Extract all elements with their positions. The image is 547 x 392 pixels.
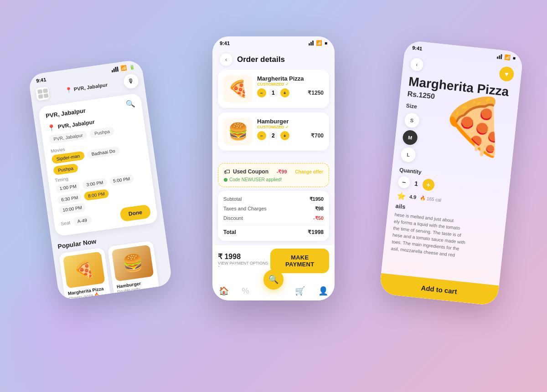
right-wifi-icon: 📶 xyxy=(504,54,511,61)
pizza-qty: 1 xyxy=(269,89,278,97)
qty-plus-button[interactable]: + xyxy=(422,178,435,191)
details-section: ails hese is melted and just about ely f… xyxy=(383,202,506,264)
burger-qty: 2 xyxy=(269,132,278,140)
phone-right: 9:41 📶 ■ ‹ ♥ 🍕 Ma xyxy=(379,40,523,306)
coupon-left: 🏷 Used Coupon xyxy=(224,168,268,175)
search-icon-btn[interactable]: 🔍 xyxy=(125,99,135,109)
loc-chip-2[interactable]: Pushpa xyxy=(89,127,115,138)
time-630pm[interactable]: 6:30 PM xyxy=(57,193,82,204)
pizza-item-info: Margherita Pizza CUSTOMIZED ✓ − 1 + ₹125… xyxy=(257,75,324,102)
taxes-value: ₹98 xyxy=(315,206,324,212)
done-button[interactable]: Done xyxy=(119,204,151,222)
pizza-item-name: Margherita Pizza xyxy=(257,75,324,82)
order-item-burger: 🍔 Hamburger CUSTOMIZED ✓ − 2 + ₹700 xyxy=(218,112,329,151)
left-time: 9:41 xyxy=(36,76,46,83)
center-wifi-icon: 📶 xyxy=(316,40,322,46)
total-label: Total xyxy=(223,229,236,235)
time-8pm[interactable]: 8:00 PM xyxy=(84,189,109,201)
discount-value: -₹50 xyxy=(313,215,324,221)
coupon-applied-text: Code NEWUSER applied! xyxy=(229,177,282,182)
burger-image: 🍔 xyxy=(112,244,154,281)
mic-button[interactable]: 🎙 xyxy=(123,73,139,89)
left-location-label: 📍 PVR, Jabalpur xyxy=(65,81,108,94)
total-value: ₹1998 xyxy=(308,229,324,235)
view-payment-options[interactable]: VIEW PAYMENT OPTIONS ˅ xyxy=(218,261,270,270)
nav-profile-icon[interactable]: 👤 xyxy=(318,286,328,296)
pizza-emoji: 🍕 xyxy=(63,251,105,288)
pizza-image: 🍕 xyxy=(63,251,105,288)
nav-offers-icon[interactable]: % xyxy=(242,286,249,296)
seat-chip[interactable]: A-49 xyxy=(72,215,92,226)
add-to-cart-button[interactable]: Add to cart xyxy=(379,273,499,306)
change-offer-link[interactable]: Change offer xyxy=(295,169,323,174)
phone-left: 9:41 📶 🔋 xyxy=(28,59,172,300)
pizza-item-image: 🍕 xyxy=(223,75,253,102)
burger-item-info: Hamburger CUSTOMIZED ✓ − 2 + ₹700 xyxy=(257,118,324,145)
size-options: S M L xyxy=(400,112,509,172)
bill-taxes-row: Taxes and Charges ₹98 xyxy=(223,206,324,212)
loc-chip-1[interactable]: PVR, Jabalpur xyxy=(48,130,88,144)
center-title: Order details xyxy=(237,55,285,64)
burger-qty-minus[interactable]: − xyxy=(257,131,266,140)
bill-total-row: Total ₹1998 xyxy=(223,225,324,235)
movie-chip-2[interactable]: Pushpa xyxy=(53,163,78,175)
center-signal-icon xyxy=(309,41,314,46)
center-header: ‹ Order details xyxy=(212,48,335,70)
center-battery-icon: ■ xyxy=(325,41,327,46)
popular-card-burger[interactable]: 🍔 Hamburger Double patty Rs. xyxy=(108,240,161,300)
size-s[interactable]: S xyxy=(404,112,420,128)
star-icon: ⭐ xyxy=(396,191,406,201)
popular-card-pizza[interactable]: 🍕 Margherita Pizza Cheesy pizza 🔥 Rs.125… xyxy=(59,247,112,300)
burger-qty-plus[interactable]: + xyxy=(280,131,289,140)
wifi-icon: 📶 xyxy=(120,65,128,72)
size-m[interactable]: M xyxy=(402,129,418,145)
make-payment-button[interactable]: MAKE PAYMENT xyxy=(270,249,329,273)
time-3pm[interactable]: 3:00 PM xyxy=(82,178,107,189)
coupon-top: 🏷 Used Coupon -₹99 Change offer xyxy=(224,168,323,175)
time-5pm[interactable]: 5:00 PM xyxy=(109,174,134,186)
grid-icon[interactable] xyxy=(36,87,50,101)
search-card: PVR, Jabalpur 🔍 📍 PVR, Jabalpur PVR, Jab… xyxy=(38,93,158,237)
pizza-qty-minus[interactable]: − xyxy=(257,88,266,97)
fire-icon: 🔥 xyxy=(420,195,426,201)
qty-count: 1 xyxy=(414,180,418,188)
loc-pin-icon: 📍 xyxy=(47,124,56,132)
burger-price: ₹700 xyxy=(311,132,324,139)
heart-button[interactable]: ♥ xyxy=(499,66,515,82)
discount-label: Discount xyxy=(223,215,243,221)
pizza-price: ₹1250 xyxy=(308,90,324,96)
time-10pm[interactable]: 10:00 PM xyxy=(58,203,86,215)
qty-minus-button[interactable]: − xyxy=(397,176,411,189)
rating-num: 4.9 xyxy=(409,194,416,200)
bill-section: Subtotal ₹1950 Taxes and Charges ₹98 Dis… xyxy=(218,191,329,241)
order-item-pizza: 🍕 Margherita Pizza CUSTOMIZED ✓ − 1 + ₹1… xyxy=(218,70,329,108)
burger-customized: CUSTOMIZED ✓ xyxy=(257,125,324,129)
payment-amount: ₹ 1998 xyxy=(218,252,270,261)
nav-home-icon[interactable]: 🏠 xyxy=(219,286,229,296)
burger-emoji: 🍔 xyxy=(112,244,154,281)
search-fab-button[interactable]: 🔍 xyxy=(263,270,284,290)
size-l[interactable]: L xyxy=(400,147,416,163)
subtotal-label: Subtotal xyxy=(223,196,242,202)
pizza-qty-plus[interactable]: + xyxy=(280,88,289,97)
right-content: Margherita Pizza Rs.1250 Size S M L Quan… xyxy=(389,72,520,211)
nav-cart-icon[interactable]: 🛒 xyxy=(295,286,305,296)
burger-item-image: 🍔 xyxy=(223,118,253,145)
details-text: hese is melted and just about ely forms … xyxy=(391,211,498,262)
center-status-bar: 9:41 📶 ■ xyxy=(212,36,335,48)
center-nav: 🏠 % 🛒 👤 🔍 xyxy=(212,282,335,300)
coupon-section: 🏷 Used Coupon -₹99 Change offer Code NEW… xyxy=(218,163,329,187)
battery-icon: 🔋 xyxy=(129,64,135,70)
right-back-button[interactable]: ‹ xyxy=(410,57,424,71)
green-dot-icon xyxy=(224,178,227,182)
center-status-icons: 📶 ■ xyxy=(309,40,327,46)
burger-qty-price: − 2 + ₹700 xyxy=(257,131,324,140)
center-time: 9:41 xyxy=(220,41,230,46)
popular-section: Popular Now 🍕 Margherita Pizza Cheesy pi… xyxy=(51,223,172,300)
coupon-icon: 🏷 xyxy=(224,168,230,175)
subtotal-value: ₹1950 xyxy=(310,196,324,202)
calorie-badge: 🔥 165 cal xyxy=(420,195,442,203)
time-1pm[interactable]: 1:00 PM xyxy=(56,181,81,193)
pizza-customized: CUSTOMIZED ✓ xyxy=(257,82,324,87)
center-back-button[interactable]: ‹ xyxy=(220,53,232,66)
